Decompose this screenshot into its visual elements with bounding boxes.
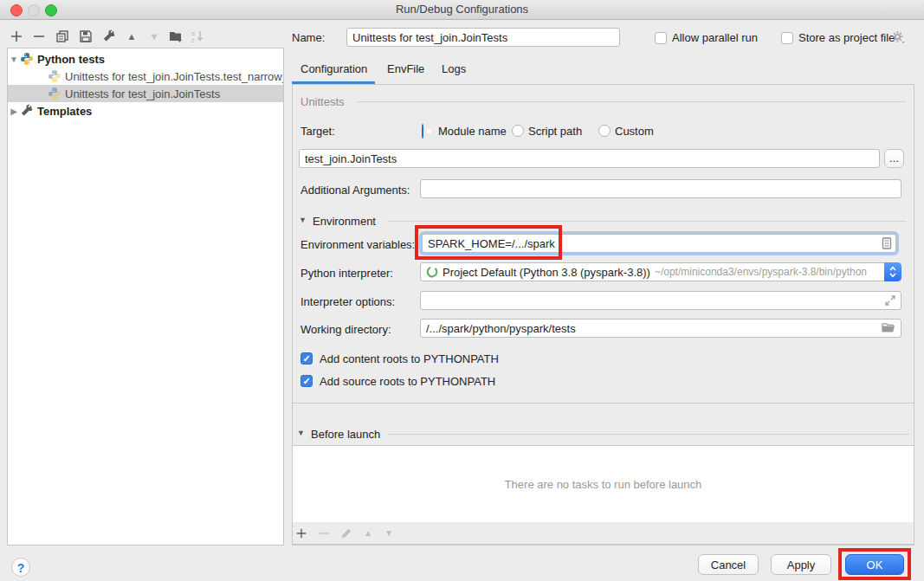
add-content-roots-label: Add content roots to PYTHONPATH [320,352,499,367]
before-launch-title[interactable]: Before launch [311,427,380,442]
add-configuration-icon[interactable] [9,29,24,44]
save-configuration-icon[interactable] [78,29,94,44]
add-source-roots-label: Add source roots to PYTHONPATH [320,374,495,390]
tree-item-templates[interactable]: ▶ Templates [8,102,283,119]
conda-environment-icon [425,265,439,279]
tree-item-unittests-test-narrow[interactable]: Unittests for test_join.JoinTests.test_n… [8,68,283,85]
tree-item-label: Templates [37,105,92,118]
allow-parallel-run-checkbox[interactable] [655,32,667,44]
before-launch-collapse-arrow-icon[interactable]: ▼ [297,429,305,437]
target-custom-radio[interactable] [598,125,611,137]
cancel-button[interactable]: Cancel [698,554,759,575]
browse-folder-icon[interactable] [882,321,895,335]
move-task-down-icon[interactable]: ▼ [381,525,397,540]
apply-button[interactable]: Apply [771,554,831,575]
tree-item-label: Python tests [37,53,105,66]
unittests-group-bottom-border [292,403,914,403]
configurations-tree-panel: ▼ Python tests Unittests for test_join.J… [7,48,284,545]
environment-variables-label: Environment variables: [300,237,415,253]
target-script-path-radio[interactable] [512,125,524,137]
python-interpreter-value: Project Default (Python 3.8 (pyspark-3.8… [443,266,650,279]
window-title: Run/Debug Configurations [0,3,924,16]
edit-task-pencil-icon[interactable] [339,526,354,541]
before-launch-empty-text: There are no tasks to run before launch [505,478,702,491]
new-folder-icon[interactable] [168,29,184,44]
remove-task-icon[interactable] [316,526,332,541]
interpreter-options-label: Interpreter options: [300,294,395,310]
working-directory-input[interactable] [420,319,901,338]
move-task-up-icon[interactable]: ▲ [360,525,376,540]
tree-item-label: Unittests for test_join.JoinTests [65,87,220,100]
environment-section-separator [388,221,906,222]
target-module-name-label[interactable]: Module name [438,124,507,139]
python-interpreter-path: ~/opt/miniconda3/envs/pyspark-3.8/bin/py… [655,266,867,278]
environment-section-title[interactable]: Environment [313,214,376,229]
name-label: Name: [292,30,325,46]
python-icon [48,69,61,83]
interpreter-options-input[interactable] [420,291,901,310]
svg-text:z: z [191,37,195,43]
tree-item-python-tests[interactable]: ▼ Python tests [8,50,283,68]
collapsed-arrow-icon[interactable]: ▶ [8,107,20,116]
tab-configuration[interactable]: Configuration [300,62,367,75]
browse-module-button[interactable]: ... [884,149,904,168]
add-task-icon[interactable] [294,526,309,541]
expanded-arrow-icon[interactable]: ▼ [8,55,20,64]
browse-environment-variables-icon[interactable] [880,236,894,250]
svg-text:a: a [191,30,195,36]
target-custom-label[interactable]: Custom [615,124,654,139]
help-button[interactable]: ? [11,558,30,577]
expand-field-icon[interactable] [883,294,897,307]
add-content-roots-checkbox[interactable]: ✓ [300,352,313,365]
interpreter-dropdown-stepper[interactable] [884,262,901,281]
target-script-path-label[interactable]: Script path [528,124,582,139]
python-icon [48,87,61,100]
edit-templates-wrench-icon[interactable] [101,29,117,44]
environment-collapse-arrow-icon[interactable]: ▼ [299,216,307,224]
python-icon [20,52,34,66]
unittests-group-separator [357,101,906,102]
wrench-icon [20,104,34,118]
allow-parallel-run-label: Allow parallel run [672,30,758,46]
tree-item-unittests-jointests-selected[interactable]: Unittests for test_join.JoinTests [8,85,283,102]
tree-item-label: Unittests for test_join.JoinTests.test_n… [65,70,283,83]
copy-configuration-icon[interactable] [55,29,70,44]
move-down-icon[interactable]: ▼ [146,29,162,44]
additional-arguments-input[interactable] [420,179,901,198]
additional-arguments-label: Additional Arguments: [300,183,410,198]
python-interpreter-combobox[interactable]: Project Default (Python 3.8 (pyspark-3.8… [420,262,901,281]
target-module-name-radio[interactable] [422,124,423,139]
before-launch-task-list: There are no tasks to run before launch [292,445,914,523]
name-input[interactable] [346,28,620,47]
sort-alphabetically-icon[interactable]: az [190,29,205,44]
target-module-input[interactable] [299,149,880,168]
tab-logs[interactable]: Logs [442,62,466,75]
python-interpreter-label: Python interpreter: [300,266,393,281]
store-as-project-file-checkbox[interactable] [781,32,793,44]
add-source-roots-checkbox[interactable]: ✓ [300,375,313,387]
target-label: Target: [300,124,335,139]
before-launch-separator [388,434,909,435]
annotation-box-environment-variables [415,225,562,260]
move-up-icon[interactable]: ▲ [124,29,139,44]
tab-envfile[interactable]: EnvFile [387,62,424,75]
store-as-project-file-label: Store as project file [798,30,895,46]
remove-configuration-icon[interactable] [31,29,47,44]
unittests-group-title: Unittests [300,95,345,108]
store-options-gear-icon[interactable] [890,29,908,45]
run-debug-configurations-dialog: Run/Debug Configurations ▲ ▼ az ▼ Python… [0,0,924,581]
working-directory-label: Working directory: [300,322,391,338]
annotation-box-ok-button [838,548,911,580]
